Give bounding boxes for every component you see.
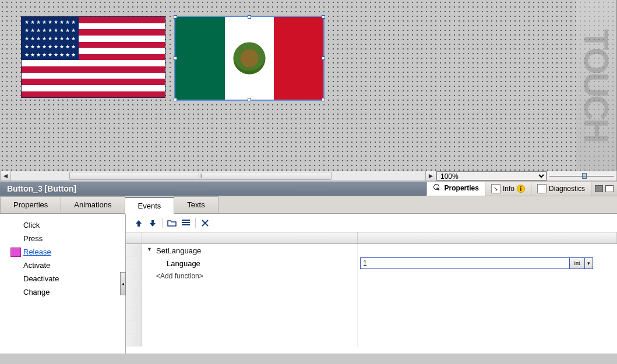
- dock-tab-diagnostics-label: Diagnostics: [549, 185, 585, 193]
- grid-row-add-function[interactable]: <Add function>: [126, 270, 617, 282]
- scroll-left-button[interactable]: ◄: [1, 171, 11, 181]
- magnifier-icon: [433, 183, 442, 193]
- param-dropdown-button[interactable]: ▾: [585, 257, 593, 269]
- resize-handle-w[interactable]: [174, 56, 177, 60]
- resize-handle-ne[interactable]: [322, 15, 325, 19]
- info-badge-icon: i: [517, 185, 525, 193]
- zoom-slider-thumb[interactable]: [582, 173, 587, 179]
- zoom-slider[interactable]: [547, 171, 616, 181]
- param-label: Language: [147, 259, 200, 268]
- events-panel: Click Press Release Activate Deactivate …: [0, 214, 617, 354]
- mexico-red-stripe: [274, 17, 323, 100]
- delete-button[interactable]: [199, 217, 211, 229]
- sub-tab-animations[interactable]: Animations: [61, 196, 125, 213]
- selected-object-label: Button_3 [Button]: [0, 182, 426, 196]
- zoom-select[interactable]: 100%: [436, 171, 547, 181]
- event-press[interactable]: Press: [0, 232, 125, 245]
- scrollbar-thumb[interactable]: [69, 172, 332, 180]
- event-list: Click Press Release Activate Deactivate …: [0, 214, 126, 354]
- inspector-sub-tabs: Properties Animations Events Texts: [0, 196, 617, 214]
- move-down-button[interactable]: [147, 217, 158, 229]
- function-name[interactable]: SetLanguage: [147, 246, 201, 255]
- language-value-field[interactable]: [360, 257, 570, 269]
- expand-button[interactable]: [605, 185, 614, 192]
- resize-handle-sw[interactable]: [174, 98, 177, 101]
- touch-watermark: TOUCH: [576, 0, 616, 171]
- diagnostics-icon: [537, 184, 547, 193]
- canvas-object-usa-flag[interactable]: ★★★★★★★★★ ★★★★★★★★★ ★★★★★★★★★ ★★★★★★★★★ …: [21, 16, 165, 98]
- resize-handle-n[interactable]: [248, 15, 251, 19]
- resize-handle-e[interactable]: [322, 56, 325, 60]
- param-type-button[interactable]: Int: [570, 257, 585, 269]
- zoom-dropdown[interactable]: 100%: [436, 171, 547, 181]
- horizontal-scrollbar[interactable]: [11, 171, 425, 181]
- dock-tab-properties-label: Properties: [445, 184, 479, 192]
- collapse-button[interactable]: [595, 185, 603, 192]
- toolbar-separator: [162, 218, 163, 228]
- sub-tab-texts[interactable]: Texts: [174, 196, 218, 213]
- event-activate[interactable]: Activate: [0, 259, 125, 272]
- scroll-right-button[interactable]: ►: [425, 171, 436, 181]
- canvas-status-bar: ◄ ► 100%: [0, 171, 617, 181]
- param-value-input[interactable]: Int ▾: [360, 257, 593, 269]
- design-canvas[interactable]: TOUCH ★★★★★★★★★ ★★★★★★★★★ ★★★★★★★★★ ★★★★…: [0, 0, 617, 171]
- open-folder-button[interactable]: [166, 217, 178, 229]
- usa-flag-canton: ★★★★★★★★★ ★★★★★★★★★ ★★★★★★★★★ ★★★★★★★★★ …: [22, 17, 79, 60]
- grid-header: [126, 232, 617, 244]
- event-deactivate[interactable]: Deactivate: [0, 272, 125, 285]
- event-click[interactable]: Click: [0, 218, 125, 232]
- resize-handle-nw[interactable]: [174, 15, 177, 19]
- toolbar-separator: [195, 218, 196, 228]
- event-toolbar: [126, 214, 617, 232]
- splitter-handle[interactable]: ◂: [120, 272, 126, 295]
- inspector-header: Button_3 [Button] Properties ↘ Info i Di…: [0, 181, 617, 196]
- row-gutter: [126, 244, 142, 257]
- row-gutter: [126, 270, 142, 282]
- resize-handle-s[interactable]: [248, 98, 251, 101]
- grid-row-param[interactable]: Language Int ▾: [126, 257, 617, 270]
- mexico-coat-of-arms: [234, 43, 266, 75]
- dock-tab-info-label: Info: [503, 185, 514, 193]
- event-release[interactable]: Release: [0, 245, 125, 259]
- move-up-button[interactable]: [133, 217, 144, 229]
- dock-tab-properties[interactable]: Properties: [426, 182, 485, 196]
- mexico-green-stripe: [175, 17, 225, 100]
- mexico-white-stripe: [225, 17, 274, 100]
- sub-tab-events[interactable]: Events: [125, 197, 175, 214]
- indent-button[interactable]: [180, 217, 192, 229]
- dock-tab-diagnostics[interactable]: Diagnostics: [531, 182, 591, 196]
- event-function-grid: SetLanguage Language Int ▾ <Add function…: [126, 214, 617, 354]
- dock-tab-info[interactable]: ↘ Info i: [485, 182, 531, 196]
- row-gutter: [126, 257, 142, 270]
- sub-tab-properties[interactable]: Properties: [0, 196, 61, 213]
- grid-row-function[interactable]: SetLanguage: [126, 244, 617, 257]
- info-arrow-icon: ↘: [491, 184, 500, 193]
- event-change[interactable]: Change: [0, 285, 125, 299]
- inspector-window-buttons: [591, 182, 617, 196]
- add-function-placeholder[interactable]: <Add function>: [147, 272, 203, 280]
- canvas-object-mexico-flag[interactable]: [175, 16, 324, 100]
- resize-handle-se[interactable]: [322, 98, 325, 101]
